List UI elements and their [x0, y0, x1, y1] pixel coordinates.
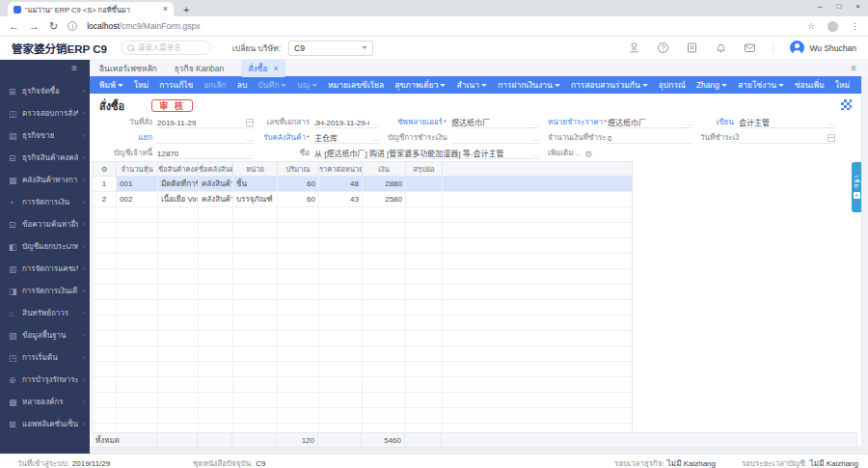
cell-stock-no[interactable]: 001 [117, 177, 158, 191]
browser-profile-avatar[interactable] [827, 21, 838, 32]
toolbar-item-post[interactable]: บญ [297, 78, 317, 92]
site-info-icon[interactable]: i [68, 21, 77, 31]
writer-field[interactable]: 会计主管… [739, 116, 835, 128]
payment-date-field[interactable] [739, 131, 835, 144]
grid-settings-icon[interactable]: ⚙ [93, 162, 117, 176]
table-row[interactable]: 2 002 เนื้อเยื่อ Vinda คลังสินค้าหลัก บร… [93, 192, 632, 207]
col-summary[interactable]: สรุปย่อ [406, 162, 443, 176]
receive-warehouse-field[interactable]: 主仓库… [314, 131, 380, 144]
sidebar-item-multi-org[interactable]: ▩หลายองค์กร› [0, 391, 90, 413]
plus-icon[interactable]: + [854, 192, 860, 199]
toolbar-item-single-health[interactable]: สุขภาพเดี่ยว [394, 78, 446, 92]
document-icon[interactable] [686, 41, 698, 54]
sidebar-item-other-query[interactable]: ⊡ข้อความค้นหาอื่น ๆ› [0, 213, 90, 235]
calendar-icon[interactable] [827, 134, 835, 142]
forward-icon[interactable]: → [29, 21, 40, 32]
toolbar-item-zhang[interactable]: Zhang [696, 80, 727, 90]
sidebar-collapse-icon[interactable]: ≡ [71, 63, 77, 73]
ellipsis-icon[interactable]: … [372, 120, 380, 127]
col-unit-price[interactable]: ราคาต่อหน่วย [319, 162, 363, 176]
toolbar-item-device[interactable]: อุปกรณ์ [659, 78, 686, 92]
browser-menu-icon[interactable]: ⋮ [851, 21, 859, 31]
sidebar-item-app-center[interactable]: ⊠แอพพลิเคชั่นเซ็นเตอร์› [0, 413, 90, 435]
col-amount[interactable]: เงิน [363, 162, 406, 176]
cell-stock-no[interactable]: 002 [117, 192, 158, 206]
col-unit[interactable]: หน่วย [233, 162, 278, 176]
menu-search-box[interactable] [121, 41, 211, 55]
col-inventory-name[interactable]: ชื่อสินค้าคงคลัง.. [158, 162, 199, 176]
sidebar-item-sales[interactable]: ▤ธุรกิจขาย› [0, 124, 90, 147]
doc-no-field[interactable]: JH-2019-11-29-00004… [314, 116, 380, 128]
sidebar-item-purchase[interactable]: ⊞ธุรกิจจัดซื้อ› [0, 80, 90, 102]
payable-account-field[interactable]: 12870 [157, 147, 254, 159]
branch-label[interactable]: แยก [97, 131, 157, 144]
toolbar-item-serial-number[interactable]: หมายเลขซีเรียล [328, 78, 384, 92]
toolbar-item-hide-more[interactable]: ซ่อนเพิ่ม [795, 78, 825, 92]
toolbar-item-delete[interactable]: ลบ [237, 78, 248, 92]
help-icon[interactable] [657, 41, 669, 54]
toolbar-item-cancel[interactable]: ยกเลิก [203, 78, 226, 92]
writer-label[interactable]: เขียน [700, 116, 739, 128]
user-menu[interactable]: Wu Shuchan [790, 41, 856, 55]
toolbar-item-save[interactable]: บันทึก [258, 78, 286, 92]
url-field[interactable]: localhost/cmc9/MainForm.gspx [87, 21, 200, 31]
bookmark-star-icon[interactable]: ☆ [807, 21, 815, 31]
cell-summary[interactable] [406, 192, 443, 206]
toolbar-item-joint-inquiry[interactable]: การสอบสวนร่วมกัน [571, 78, 648, 92]
mail-icon[interactable] [744, 41, 756, 54]
new-tab-button[interactable]: + [183, 3, 189, 16]
cell-unit-price[interactable]: 43 [319, 192, 363, 206]
payment-unit-label[interactable]: หน่วยชำระราคา [548, 116, 608, 128]
more-options[interactable]: เพิ่มเติม ..⚙ [548, 147, 592, 159]
browser-tab[interactable]: "แม่ว่าน" ERP C9 <S> กอที่ขึ้นมา × [8, 2, 174, 16]
cell-unit[interactable]: บรรจุภัณฑ์ [233, 192, 278, 206]
ellipsis-icon[interactable]: … [246, 135, 254, 143]
cell-inventory-name[interactable]: มีดติดที่กาชีนม.. [158, 177, 199, 191]
toolbar-item-refresh-new[interactable]: ใหม่ [835, 78, 850, 92]
scrollbar[interactable] [861, 60, 868, 454]
bell-icon[interactable] [715, 41, 727, 54]
toolbar-item-print[interactable]: พิมพ์ [99, 78, 123, 92]
cell-unit-price[interactable]: 48 [319, 177, 363, 191]
maximize-button[interactable]: □ [836, 2, 841, 11]
toolbar-item-new[interactable]: ใหม่ [134, 78, 149, 92]
sidebar-item-initialization[interactable]: ◳การเริ่มต้น› [0, 346, 90, 369]
col-quantity[interactable]: ปริมาณ [278, 162, 319, 176]
supplier-field[interactable]: 煜达纸巾厂… [451, 116, 540, 128]
tab-close-icon[interactable]: × [163, 5, 168, 14]
sidebar-item-cashier[interactable]: ▥การจัดการแคชเชียร์› [0, 258, 90, 280]
toolbar-item-edit[interactable]: การแก้ไข [159, 78, 193, 92]
supplier-label[interactable]: ซัพพลายเออร์ [388, 116, 451, 128]
cell-unit[interactable]: ชิ้น [233, 177, 278, 191]
sidebar-item-physical-warehouse[interactable]: ▦คลังสินค้าทางกายภาพ› [0, 169, 90, 191]
gear-icon[interactable]: ⚙ [584, 151, 592, 159]
sidebar-item-purchase-audit[interactable]: ◫ตรวจสอบการสั่งซื้อ› [0, 102, 90, 124]
approval-stamp-icon[interactable] [628, 41, 640, 54]
sidebar-item-inventory[interactable]: ⊟ธุรกิจสินค้าคงคลัง› [0, 147, 90, 169]
empty-table-rows[interactable] [93, 207, 632, 431]
paid-amount-field[interactable]: 0 [608, 131, 692, 144]
ellipsis-icon[interactable]: … [372, 135, 380, 143]
sidebar-item-fixed-assets[interactable]: ⌂สินทรัพย์ถาวร› [0, 302, 90, 324]
col-warehouse-name[interactable]: ชื่อคลังสินค้าแบบ [199, 162, 233, 176]
sidebar-item-payroll[interactable]: ◨การจัดการเงินเดือน› [0, 280, 90, 302]
toolbar-item-workflow[interactable]: สายโซ่งาน [738, 78, 784, 92]
ellipsis-icon[interactable]: … [532, 151, 540, 158]
ellipsis-icon[interactable]: … [827, 120, 835, 127]
back-icon[interactable]: ← [9, 21, 19, 32]
cell-inventory-name[interactable]: เนื้อเยื่อ Vinda [158, 192, 199, 206]
toolbar-item-copy[interactable]: สำเนา [456, 78, 486, 92]
remark-field[interactable]: 从 [煜达纸巾厂] 购进 [管家婆多功能加湿器] 等-会计主管… [314, 147, 540, 159]
tab-close-icon[interactable]: × [274, 65, 279, 72]
tab-business-kanban[interactable]: ธุรกิจ Kanban [175, 62, 225, 75]
tab-main-interface[interactable]: อินเทอร์เฟซหลัก [99, 62, 157, 75]
tab-purchase-order[interactable]: สั่งซื้อ× [241, 60, 285, 77]
cell-amount[interactable]: 2880 [363, 177, 406, 191]
order-date-field[interactable]: 2019-11-29 [157, 116, 254, 128]
tab-list-menu-icon[interactable]: ≡ [851, 63, 856, 73]
cell-summary[interactable] [406, 177, 443, 191]
ellipsis-icon[interactable]: … [532, 120, 540, 127]
calendar-icon[interactable] [246, 119, 254, 126]
toolbar-item-work-deposit[interactable]: การฝากเงินงาน [498, 78, 560, 92]
payment-unit-field[interactable]: 煜达纸巾厂… [608, 116, 692, 128]
